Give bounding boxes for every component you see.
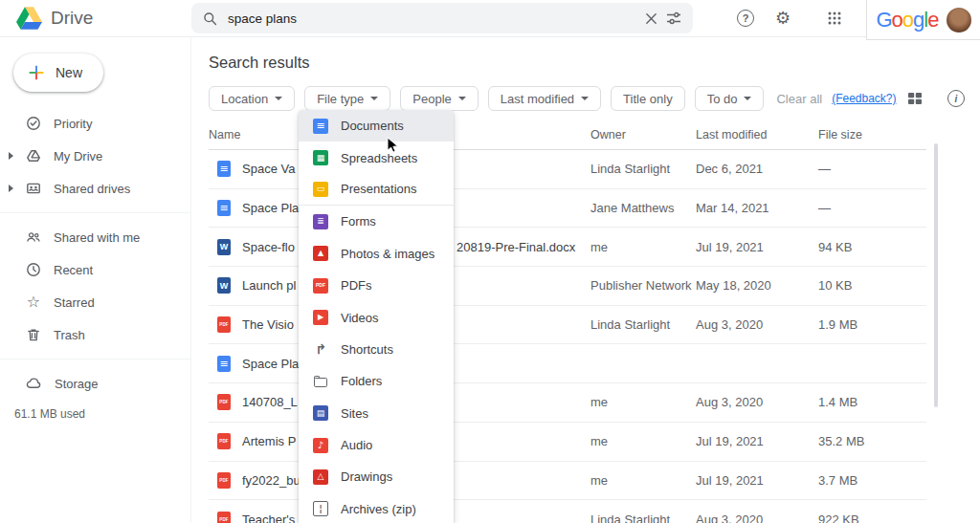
clear-search-icon[interactable]: [645, 12, 657, 25]
chevron-down-icon: [581, 97, 589, 100]
file-name: Space-flo: [242, 240, 295, 254]
sidebar-item-shared-with-me[interactable]: Shared with me: [0, 221, 190, 253]
sidebar-item-trash[interactable]: Trash: [0, 318, 190, 351]
search-input[interactable]: [226, 11, 636, 27]
vertical-scrollbar[interactable]: [934, 143, 938, 407]
filter-chip-to-do[interactable]: To do: [695, 86, 765, 111]
google-letter: o: [892, 8, 902, 33]
menu-item-archives[interactable]: Archives (zip): [299, 493, 454, 523]
menu-item-drawings[interactable]: Drawings: [299, 461, 454, 492]
filter-chip-file-type[interactable]: File type: [304, 86, 390, 111]
file-size: —: [818, 162, 926, 176]
pdf-file-icon: [217, 316, 231, 333]
menu-item-photos-images[interactable]: Photos & images: [299, 238, 454, 270]
word-file-icon: [217, 239, 231, 255]
menu-item-audio[interactable]: Audio: [299, 429, 454, 461]
chevron-down-icon: [275, 97, 282, 100]
menu-item-label: Sites: [341, 406, 368, 421]
sidebar-item-label: Shared with me: [54, 230, 140, 245]
menu-item-presentations[interactable]: Presentations: [299, 174, 454, 206]
column-header-owner[interactable]: Owner: [590, 128, 696, 142]
menu-item-documents[interactable]: Documents: [299, 110, 454, 142]
pdf-file-icon: [217, 433, 231, 449]
sidebar-item-my-drive[interactable]: My Drive: [0, 140, 190, 172]
google-letter: o: [902, 8, 913, 33]
new-button[interactable]: New: [13, 54, 103, 92]
forms-icon: [313, 214, 328, 229]
menu-item-shortcuts[interactable]: Shortcuts: [299, 334, 454, 365]
menu-item-label: Photos & images: [341, 247, 434, 261]
video-icon: [313, 310, 328, 325]
file-name: Teacher's: [242, 512, 295, 523]
clear-all-link[interactable]: Clear all: [776, 92, 822, 106]
file-modified: Aug 3, 2020: [696, 317, 818, 332]
star-icon: ☆: [26, 294, 41, 310]
menu-item-label: Audio: [341, 438, 372, 452]
grid-view-icon[interactable]: [907, 91, 923, 106]
google-letter: g: [913, 8, 924, 33]
search-options-icon[interactable]: [666, 11, 681, 26]
photos-icon: [313, 246, 328, 261]
feedback-link[interactable]: (Feedback?): [832, 92, 896, 105]
account-avatar[interactable]: [947, 8, 971, 33]
audio-icon: [313, 438, 328, 453]
sidebar-item-storage[interactable]: Storage: [0, 367, 190, 400]
sites-icon: [313, 405, 328, 421]
settings-gear-icon[interactable]: ⚙: [775, 10, 791, 27]
expand-chevron-icon[interactable]: [9, 152, 13, 160]
chip-label: Last modified: [501, 92, 574, 106]
filter-chip-last-modified[interactable]: Last modified: [488, 86, 601, 111]
file-name: Launch pl: [242, 278, 296, 293]
google-apps-grid-icon[interactable]: [827, 11, 842, 26]
menu-item-pdfs[interactable]: PDFs: [299, 270, 454, 301]
info-icon[interactable]: i: [947, 90, 965, 107]
file-modified: Jul 19, 2021: [696, 473, 818, 488]
sidebar-item-label: Trash: [54, 328, 85, 342]
filter-chip-title-only[interactable]: Title only: [611, 86, 685, 111]
google-letter: G: [876, 8, 891, 33]
sidebar-item-shared-drives[interactable]: Shared drives: [0, 172, 190, 205]
priority-icon: [26, 116, 41, 131]
file-size: 10 KB: [818, 278, 926, 293]
file-name: 140708_L: [242, 395, 298, 409]
drawings-icon: [313, 469, 328, 485]
sidebar-item-starred[interactable]: ☆ Starred: [0, 286, 190, 318]
column-header-file-size[interactable]: File size: [818, 128, 926, 142]
menu-item-videos[interactable]: Videos: [299, 301, 454, 333]
chip-label: Title only: [623, 92, 673, 106]
filter-chip-row: Location File type People Last modified …: [209, 86, 980, 111]
menu-item-label: Documents: [341, 119, 404, 133]
shared-drives-icon: [26, 181, 41, 196]
sidebar-item-recent[interactable]: Recent: [0, 253, 190, 286]
search-icon[interactable]: [203, 11, 217, 26]
sidebar-item-label: Storage: [55, 377, 99, 391]
file-size: 1.4 MB: [818, 395, 926, 409]
file-owner: Linda Starlight: [590, 162, 696, 176]
folder-icon: [313, 374, 328, 389]
menu-item-forms[interactable]: Forms: [299, 206, 454, 237]
search-bar[interactable]: [191, 3, 693, 33]
presentations-icon: [313, 182, 328, 197]
filter-chip-people[interactable]: People: [400, 86, 478, 111]
plus-icon: [26, 62, 47, 83]
file-owner: Linda Starlight: [590, 512, 696, 523]
pdf-file-icon: [217, 394, 231, 410]
google-letter: e: [927, 8, 938, 33]
menu-item-label: Forms: [341, 214, 376, 229]
menu-item-spreadsheets[interactable]: Spreadsheets: [299, 142, 454, 173]
expand-chevron-icon[interactable]: [9, 185, 13, 192]
help-icon[interactable]: ?: [737, 10, 754, 27]
menu-item-folders[interactable]: Folders: [299, 365, 454, 397]
file-size: 922 KB: [818, 512, 926, 523]
spreadsheets-icon: [313, 150, 328, 165]
sidebar-item-priority[interactable]: Priority: [0, 107, 190, 140]
sidebar-divider: [0, 212, 190, 213]
menu-item-sites[interactable]: Sites: [299, 398, 454, 429]
file-modified: Dec 6, 2021: [696, 162, 818, 176]
file-name: Space Va: [242, 162, 295, 176]
filter-chip-location[interactable]: Location: [209, 86, 295, 111]
drive-brand[interactable]: Drive: [0, 7, 191, 30]
sidebar-item-label: Priority: [54, 117, 92, 131]
column-header-last-modified[interactable]: Last modified: [696, 128, 818, 142]
chip-label: To do: [707, 92, 738, 106]
